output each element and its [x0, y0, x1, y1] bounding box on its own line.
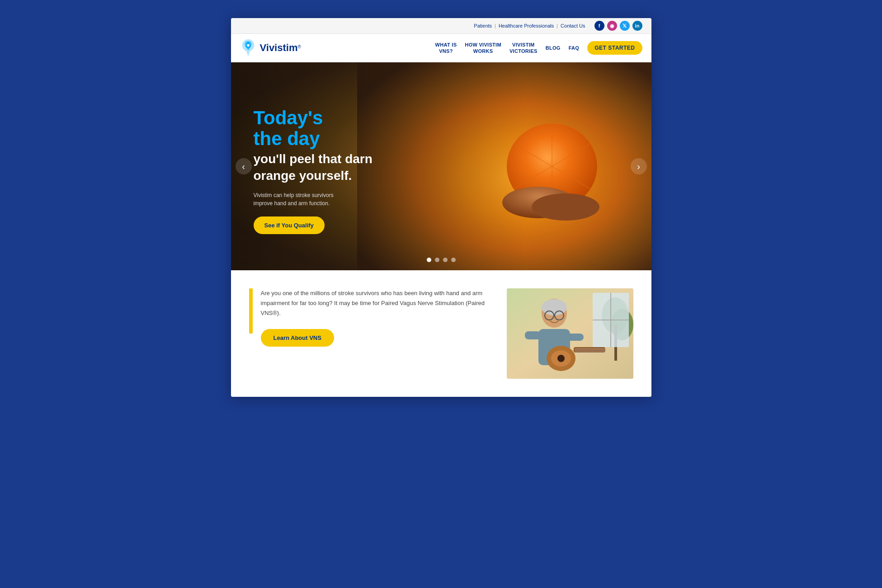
hcp-link[interactable]: Healthcare Professionals [499, 23, 554, 28]
carousel-dots [427, 258, 456, 262]
content-right [507, 288, 633, 379]
carousel-dot-1[interactable] [427, 258, 431, 262]
facebook-icon[interactable]: f [594, 21, 604, 31]
divider-2: | [557, 23, 558, 28]
nav-what-is-vns[interactable]: WHAT ISVNS? [435, 42, 457, 55]
person-guitar-visual [507, 288, 633, 379]
twitter-icon[interactable]: 𝕏 [620, 21, 630, 31]
svg-rect-21 [525, 331, 541, 339]
content-text: Are you one of the millions of stroke su… [261, 288, 489, 347]
top-bar-links: Patients | Healthcare Professionals | Co… [474, 23, 585, 28]
yellow-accent-bar [249, 288, 253, 334]
orange-visual [462, 99, 606, 225]
carousel-next-button[interactable]: › [631, 158, 647, 174]
svg-point-0 [247, 44, 250, 47]
hero-content: Today'sthe day you'll peel that darnoran… [231, 62, 441, 270]
qualify-button[interactable]: See if You Qualify [254, 216, 325, 234]
content-left: Are you one of the millions of stroke su… [249, 288, 489, 347]
logo-area[interactable]: Vivistim® [240, 38, 301, 57]
contact-link[interactable]: Contact Us [561, 23, 585, 28]
person-image [507, 288, 633, 379]
logo-text: Vivistim® [260, 42, 301, 54]
learn-about-vns-button[interactable]: Learn About VNS [261, 329, 334, 347]
divider-1: | [495, 23, 496, 28]
patients-link[interactable]: Patients [474, 23, 492, 28]
logo-icon [240, 38, 256, 57]
nav-blog[interactable]: BLOG [546, 45, 561, 51]
get-started-button[interactable]: GET STARTED [587, 41, 642, 55]
nav-victories[interactable]: VIVISTIMVICTORIES [509, 42, 538, 55]
body-text: Are you one of the millions of stroke su… [261, 288, 489, 318]
instagram-icon[interactable]: ◉ [607, 21, 617, 31]
social-icons: f ◉ 𝕏 in [594, 21, 642, 31]
hero-title-blue: Today'sthe day [254, 108, 428, 149]
carousel-dot-4[interactable] [451, 258, 456, 262]
svg-point-25 [557, 355, 565, 362]
svg-point-7 [532, 193, 599, 221]
top-bar: Patients | Healthcare Professionals | Co… [231, 18, 651, 34]
hero-subtitle: Vivistim can help stroke survivorsimprov… [254, 191, 428, 207]
nav-bar: Vivistim® WHAT ISVNS? HOW VIVISTIMWORKS … [231, 34, 651, 62]
linkedin-icon[interactable]: in [632, 21, 642, 31]
nav-faq[interactable]: FAQ [569, 45, 580, 51]
nav-links: WHAT ISVNS? HOW VIVISTIMWORKS VIVISTIMVI… [435, 41, 642, 55]
svg-rect-22 [566, 334, 584, 341]
carousel-prev-button[interactable]: ‹ [236, 158, 252, 174]
hero-section: Today'sthe day you'll peel that darnoran… [231, 62, 651, 270]
content-section: Are you one of the millions of stroke su… [231, 270, 651, 397]
browser-window: Patients | Healthcare Professionals | Co… [231, 18, 651, 397]
nav-how-works[interactable]: HOW VIVISTIMWORKS [465, 42, 501, 55]
carousel-dot-2[interactable] [435, 258, 439, 262]
hero-title-white: you'll peel that darnorange yourself. [254, 151, 428, 184]
carousel-dot-3[interactable] [443, 258, 448, 262]
